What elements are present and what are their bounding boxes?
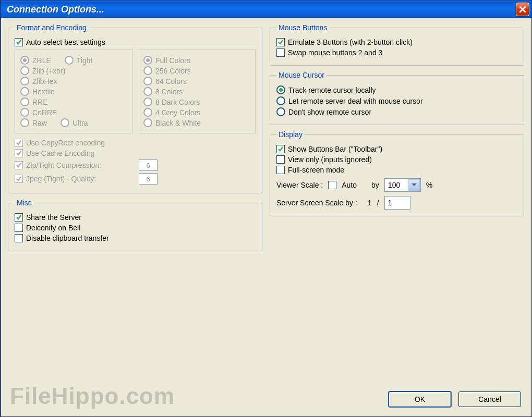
cache-label: Use Cache Encoding bbox=[26, 149, 95, 157]
zipcomp-label: Zip/Tight Compression: bbox=[26, 161, 136, 169]
mouse-cursor-group: Mouse Cursor Track remote cursor locally… bbox=[270, 71, 524, 125]
col-bw-label: Black & White bbox=[155, 119, 201, 127]
dialog-body: Format and Encoding Auto select best set… bbox=[1, 18, 531, 256]
titlebar[interactable]: Connection Options... bbox=[1, 1, 531, 18]
swap-buttons-checkbox[interactable] bbox=[276, 48, 285, 57]
swap-buttons-label: Swap mouse buttons 2 and 3 bbox=[288, 48, 382, 57]
enc-zlibxor-radio bbox=[20, 66, 29, 75]
col-256-radio bbox=[143, 66, 152, 75]
col-8-label: 8 Colors bbox=[155, 88, 183, 96]
col-full-label: Full Colors bbox=[155, 56, 190, 65]
mouse-buttons-legend: Mouse Buttons bbox=[276, 23, 329, 32]
enc-zrle-radio bbox=[20, 56, 29, 65]
zipcomp-value: 6 bbox=[139, 160, 158, 171]
share-server-checkbox[interactable] bbox=[15, 213, 23, 222]
cursor-track-label: Track remote cursor locally bbox=[288, 86, 376, 94]
display-group: Display Show Buttons Bar ("Toolbar") Vie… bbox=[270, 130, 524, 216]
enc-tight-radio bbox=[65, 56, 74, 65]
fullscreen-checkbox[interactable] bbox=[276, 166, 285, 174]
deiconify-checkbox[interactable] bbox=[15, 224, 23, 232]
col-4grey-label: 4 Grey Colors bbox=[155, 108, 200, 117]
col-full-radio bbox=[143, 56, 152, 65]
server-scale-label: Server Screen Scale by : bbox=[276, 199, 357, 207]
enc-zlibxor-label: Zlib (+xor) bbox=[32, 67, 65, 75]
dialog-buttons: OK Cancel bbox=[389, 391, 521, 407]
col-256-label: 256 Colors bbox=[155, 67, 191, 75]
col-bw-radio bbox=[143, 118, 152, 127]
auto-select-checkbox[interactable] bbox=[15, 38, 23, 46]
cursor-remote-label: Let remote server deal with mouse cursor bbox=[288, 97, 423, 105]
misc-group: Misc Share the Server Deiconify on Bell … bbox=[8, 199, 262, 251]
cursor-track-radio[interactable] bbox=[276, 85, 285, 94]
chevron-down-icon bbox=[408, 179, 420, 191]
auto-select-label: Auto select best settings bbox=[26, 38, 105, 46]
enc-zrle-label: ZRLE bbox=[32, 56, 51, 65]
enc-ultra-label: Ultra bbox=[72, 119, 88, 127]
dialog-window: Connection Options... Format and Encodin… bbox=[0, 0, 532, 417]
viewer-scale-label: Viewer Scale : bbox=[276, 181, 323, 189]
col-64-radio bbox=[143, 77, 152, 85]
enc-hextile-radio bbox=[20, 87, 29, 96]
emulate3-label: Emulate 3 Buttons (with 2-button click) bbox=[288, 38, 413, 46]
enc-corre-radio bbox=[20, 108, 29, 117]
jpegq-checkbox bbox=[15, 175, 23, 183]
format-encoding-group: Format and Encoding Auto select best set… bbox=[8, 23, 262, 193]
cursor-remote-radio[interactable] bbox=[276, 96, 285, 105]
viewer-scale-combo[interactable]: 100 bbox=[384, 178, 421, 192]
cursor-hide-label: Don't show remote cursor bbox=[288, 108, 371, 116]
watermark: FileHippo.com bbox=[10, 383, 175, 409]
misc-legend: Misc bbox=[15, 199, 34, 207]
server-scale-sep: / bbox=[377, 199, 379, 207]
encoding-box: ZRLE Tight Zlib (+xor) ZlibHex Hextile R… bbox=[15, 50, 132, 133]
col-8dark-radio bbox=[143, 97, 152, 106]
viewer-scale-pct: % bbox=[426, 181, 432, 189]
jpegq-value: 6 bbox=[139, 173, 158, 185]
server-scale-input[interactable] bbox=[384, 196, 410, 210]
col-64-label: 64 Colors bbox=[155, 77, 187, 85]
disable-clipboard-label: Disable clipboard transfer bbox=[26, 234, 109, 242]
copyrect-checkbox bbox=[15, 139, 23, 147]
fullscreen-label: Full-screen mode bbox=[288, 166, 344, 174]
close-icon bbox=[519, 6, 526, 13]
server-scale-num: 1 bbox=[368, 199, 372, 207]
encoding-subgroups: ZRLE Tight Zlib (+xor) ZlibHex Hextile R… bbox=[15, 50, 256, 133]
viewer-scale-row: Viewer Scale : Auto by 100 % bbox=[276, 178, 517, 192]
toolbar-checkbox[interactable] bbox=[276, 145, 285, 153]
copyrect-label: Use CopyRect encoding bbox=[26, 139, 105, 147]
encoding-options: Use CopyRect encoding Use Cache Encoding… bbox=[15, 139, 256, 185]
enc-tight-label: Tight bbox=[77, 56, 93, 65]
cancel-button[interactable]: Cancel bbox=[458, 391, 521, 407]
enc-hextile-label: Hextile bbox=[32, 88, 55, 96]
left-column: Format and Encoding Auto select best set… bbox=[8, 23, 262, 251]
disable-clipboard-checkbox[interactable] bbox=[15, 234, 23, 242]
viewer-scale-by-label: by bbox=[371, 181, 379, 189]
enc-rre-label: RRE bbox=[32, 98, 48, 106]
col-4grey-radio bbox=[143, 108, 152, 117]
close-button[interactable] bbox=[516, 3, 529, 16]
cursor-hide-radio[interactable] bbox=[276, 107, 285, 116]
col-8-radio bbox=[143, 87, 152, 96]
jpegq-label: Jpeg (Tight) - Quality: bbox=[26, 175, 136, 183]
format-legend: Format and Encoding bbox=[15, 23, 89, 32]
auto-select-row: Auto select best settings bbox=[15, 38, 256, 46]
col-8dark-label: 8 Dark Colors bbox=[155, 98, 200, 106]
enc-rre-radio bbox=[20, 97, 29, 106]
cache-checkbox bbox=[15, 149, 23, 157]
toolbar-label: Show Buttons Bar ("Toolbar") bbox=[288, 145, 382, 153]
window-title: Connection Options... bbox=[7, 4, 104, 15]
viewonly-label: View only (inputs ignored) bbox=[288, 155, 372, 164]
enc-zlibhex-radio bbox=[20, 77, 29, 85]
mouse-cursor-legend: Mouse Cursor bbox=[276, 71, 327, 79]
share-server-label: Share the Server bbox=[26, 213, 81, 222]
enc-raw-label: Raw bbox=[32, 119, 47, 127]
viewer-scale-auto-checkbox[interactable] bbox=[328, 181, 336, 189]
enc-corre-label: CoRRE bbox=[32, 108, 57, 117]
zipcomp-checkbox bbox=[15, 161, 23, 169]
viewonly-checkbox[interactable] bbox=[276, 155, 285, 164]
ok-button[interactable]: OK bbox=[389, 391, 451, 407]
emulate3-checkbox[interactable] bbox=[276, 38, 285, 46]
enc-zlibhex-label: ZlibHex bbox=[32, 77, 57, 85]
deiconify-label: Deiconify on Bell bbox=[26, 224, 80, 232]
colors-box: Full Colors 256 Colors 64 Colors 8 Color… bbox=[138, 50, 256, 133]
mouse-buttons-group: Mouse Buttons Emulate 3 Buttons (with 2-… bbox=[270, 23, 524, 66]
